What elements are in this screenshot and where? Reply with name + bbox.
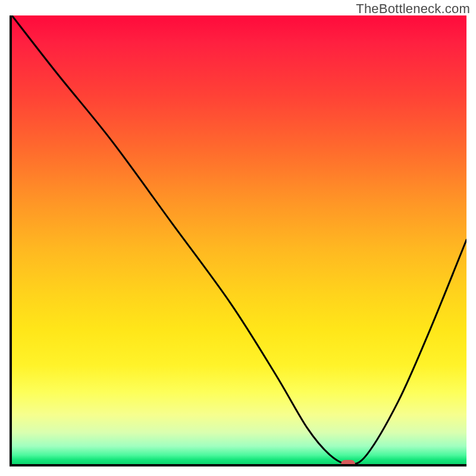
bottleneck-curve-path bbox=[12, 15, 466, 464]
optimal-point-marker bbox=[341, 460, 355, 464]
chart-container: TheBottleneck.com bbox=[0, 0, 476, 476]
watermark-text: TheBottleneck.com bbox=[356, 1, 470, 17]
curve-layer bbox=[12, 15, 466, 464]
plot-area bbox=[12, 15, 466, 464]
